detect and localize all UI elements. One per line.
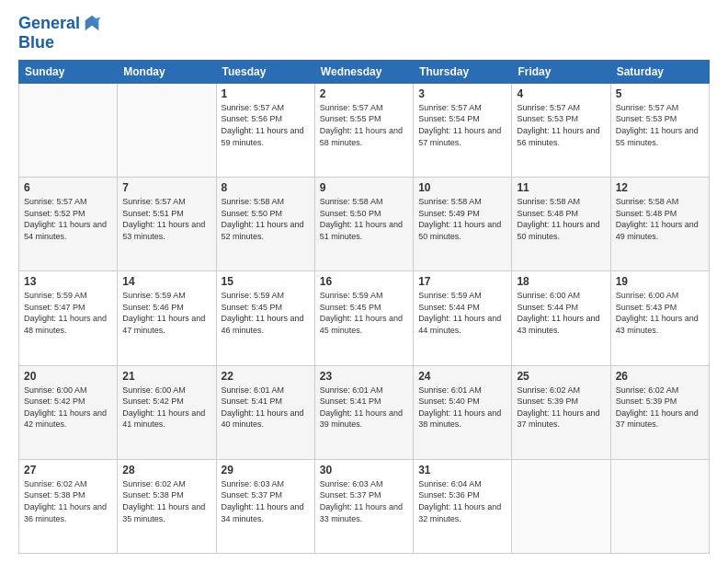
calendar-cell: 22Sunrise: 6:01 AMSunset: 5:41 PMDayligh… [216, 365, 314, 459]
day-info: Sunrise: 5:58 AMSunset: 5:49 PMDaylight:… [418, 196, 506, 242]
day-number: 12 [616, 181, 704, 194]
day-number: 5 [616, 87, 704, 100]
calendar-cell: 26Sunrise: 6:02 AMSunset: 5:39 PMDayligh… [610, 365, 709, 459]
calendar-cell: 29Sunrise: 6:03 AMSunset: 5:37 PMDayligh… [216, 459, 314, 553]
day-info: Sunrise: 5:57 AMSunset: 5:52 PMDaylight:… [24, 196, 112, 242]
day-number: 4 [517, 87, 605, 100]
day-number: 18 [517, 275, 605, 288]
logo-text: General [18, 15, 80, 33]
page: General Blue SundayMondayTuesdayWednesda… [0, 0, 728, 563]
calendar-week-row: 27Sunrise: 6:02 AMSunset: 5:38 PMDayligh… [19, 459, 710, 553]
day-number: 6 [24, 181, 112, 194]
calendar-header-thursday: Thursday [414, 60, 512, 83]
calendar-week-row: 20Sunrise: 6:00 AMSunset: 5:42 PMDayligh… [19, 365, 710, 459]
day-number: 28 [122, 464, 210, 477]
day-number: 7 [122, 181, 210, 194]
calendar-header-row: SundayMondayTuesdayWednesdayThursdayFrid… [19, 60, 710, 83]
day-number: 24 [418, 370, 506, 383]
calendar-cell: 13Sunrise: 5:59 AMSunset: 5:47 PMDayligh… [19, 271, 118, 365]
logo-text2: Blue [18, 34, 102, 52]
calendar-cell: 16Sunrise: 5:59 AMSunset: 5:45 PMDayligh… [314, 271, 413, 365]
calendar-cell: 7Sunrise: 5:57 AMSunset: 5:51 PMDaylight… [118, 178, 216, 271]
calendar-header-sunday: Sunday [19, 60, 118, 83]
calendar-cell: 4Sunrise: 5:57 AMSunset: 5:53 PMDaylight… [512, 83, 610, 177]
day-info: Sunrise: 6:00 AMSunset: 5:44 PMDaylight:… [517, 290, 605, 336]
calendar-cell: 10Sunrise: 5:58 AMSunset: 5:49 PMDayligh… [414, 178, 512, 271]
calendar-cell: 27Sunrise: 6:02 AMSunset: 5:38 PMDayligh… [19, 459, 118, 553]
day-number: 26 [616, 370, 704, 383]
calendar-week-row: 13Sunrise: 5:59 AMSunset: 5:47 PMDayligh… [19, 271, 710, 365]
calendar-week-row: 1Sunrise: 5:57 AMSunset: 5:56 PMDaylight… [19, 83, 710, 177]
calendar-header-tuesday: Tuesday [216, 60, 314, 83]
day-info: Sunrise: 6:00 AMSunset: 5:42 PMDaylight:… [24, 385, 112, 431]
day-info: Sunrise: 6:01 AMSunset: 5:41 PMDaylight:… [222, 385, 310, 431]
day-info: Sunrise: 5:58 AMSunset: 5:48 PMDaylight:… [517, 196, 605, 242]
calendar-week-row: 6Sunrise: 5:57 AMSunset: 5:52 PMDaylight… [19, 178, 710, 271]
calendar-cell: 19Sunrise: 6:00 AMSunset: 5:43 PMDayligh… [610, 271, 709, 365]
calendar-cell: 9Sunrise: 5:58 AMSunset: 5:50 PMDaylight… [314, 178, 413, 271]
day-number: 23 [320, 370, 408, 383]
day-number: 13 [24, 275, 112, 288]
day-info: Sunrise: 6:03 AMSunset: 5:37 PMDaylight:… [320, 478, 408, 524]
day-number: 22 [222, 370, 310, 383]
calendar-cell: 8Sunrise: 5:58 AMSunset: 5:50 PMDaylight… [216, 178, 314, 271]
calendar-cell: 5Sunrise: 5:57 AMSunset: 5:53 PMDaylight… [610, 83, 709, 177]
day-info: Sunrise: 5:58 AMSunset: 5:50 PMDaylight:… [320, 196, 408, 242]
day-number: 15 [222, 275, 310, 288]
day-info: Sunrise: 5:58 AMSunset: 5:48 PMDaylight:… [616, 196, 704, 242]
day-info: Sunrise: 5:57 AMSunset: 5:53 PMDaylight:… [517, 102, 605, 148]
header: General Blue [18, 14, 710, 52]
day-number: 10 [418, 181, 506, 194]
day-number: 1 [222, 87, 310, 100]
day-number: 29 [222, 464, 310, 477]
day-info: Sunrise: 5:57 AMSunset: 5:51 PMDaylight:… [122, 196, 210, 242]
day-info: Sunrise: 6:04 AMSunset: 5:36 PMDaylight:… [418, 478, 506, 524]
calendar-cell: 21Sunrise: 6:00 AMSunset: 5:42 PMDayligh… [118, 365, 216, 459]
calendar-cell: 15Sunrise: 5:59 AMSunset: 5:45 PMDayligh… [216, 271, 314, 365]
day-number: 27 [24, 464, 112, 477]
day-info: Sunrise: 6:01 AMSunset: 5:41 PMDaylight:… [320, 385, 408, 431]
logo-icon [82, 14, 102, 34]
calendar-cell: 30Sunrise: 6:03 AMSunset: 5:37 PMDayligh… [314, 459, 413, 553]
calendar-cell: 31Sunrise: 6:04 AMSunset: 5:36 PMDayligh… [414, 459, 512, 553]
calendar-cell: 6Sunrise: 5:57 AMSunset: 5:52 PMDaylight… [19, 178, 118, 271]
calendar-cell [19, 83, 118, 177]
day-info: Sunrise: 5:59 AMSunset: 5:46 PMDaylight:… [122, 290, 210, 336]
calendar-cell: 3Sunrise: 5:57 AMSunset: 5:54 PMDaylight… [414, 83, 512, 177]
calendar-header-friday: Friday [512, 60, 610, 83]
day-number: 25 [517, 370, 605, 383]
calendar-cell: 18Sunrise: 6:00 AMSunset: 5:44 PMDayligh… [512, 271, 610, 365]
calendar-cell: 1Sunrise: 5:57 AMSunset: 5:56 PMDaylight… [216, 83, 314, 177]
day-number: 16 [320, 275, 408, 288]
day-number: 3 [418, 87, 506, 100]
day-info: Sunrise: 5:59 AMSunset: 5:45 PMDaylight:… [320, 290, 408, 336]
calendar-header-saturday: Saturday [610, 60, 709, 83]
day-number: 11 [517, 181, 605, 194]
calendar-cell: 24Sunrise: 6:01 AMSunset: 5:40 PMDayligh… [414, 365, 512, 459]
calendar-cell [610, 459, 709, 553]
calendar-table: SundayMondayTuesdayWednesdayThursdayFrid… [18, 60, 710, 554]
calendar-cell: 17Sunrise: 5:59 AMSunset: 5:44 PMDayligh… [414, 271, 512, 365]
day-number: 17 [418, 275, 506, 288]
day-number: 19 [616, 275, 704, 288]
logo: General Blue [18, 14, 102, 52]
day-info: Sunrise: 5:57 AMSunset: 5:56 PMDaylight:… [222, 102, 310, 148]
day-number: 9 [320, 181, 408, 194]
day-number: 20 [24, 370, 112, 383]
day-info: Sunrise: 6:02 AMSunset: 5:38 PMDaylight:… [122, 478, 210, 524]
day-info: Sunrise: 6:03 AMSunset: 5:37 PMDaylight:… [222, 478, 310, 524]
day-info: Sunrise: 6:00 AMSunset: 5:42 PMDaylight:… [122, 385, 210, 431]
day-number: 21 [122, 370, 210, 383]
day-number: 31 [418, 464, 506, 477]
calendar-cell: 2Sunrise: 5:57 AMSunset: 5:55 PMDaylight… [314, 83, 413, 177]
day-info: Sunrise: 5:59 AMSunset: 5:47 PMDaylight:… [24, 290, 112, 336]
day-info: Sunrise: 6:01 AMSunset: 5:40 PMDaylight:… [418, 385, 506, 431]
calendar-cell: 14Sunrise: 5:59 AMSunset: 5:46 PMDayligh… [118, 271, 216, 365]
calendar-cell: 25Sunrise: 6:02 AMSunset: 5:39 PMDayligh… [512, 365, 610, 459]
day-info: Sunrise: 6:00 AMSunset: 5:43 PMDaylight:… [616, 290, 704, 336]
calendar-cell: 20Sunrise: 6:00 AMSunset: 5:42 PMDayligh… [19, 365, 118, 459]
day-info: Sunrise: 5:57 AMSunset: 5:54 PMDaylight:… [418, 102, 506, 148]
day-info: Sunrise: 5:57 AMSunset: 5:55 PMDaylight:… [320, 102, 408, 148]
calendar-header-monday: Monday [118, 60, 216, 83]
day-number: 2 [320, 87, 408, 100]
